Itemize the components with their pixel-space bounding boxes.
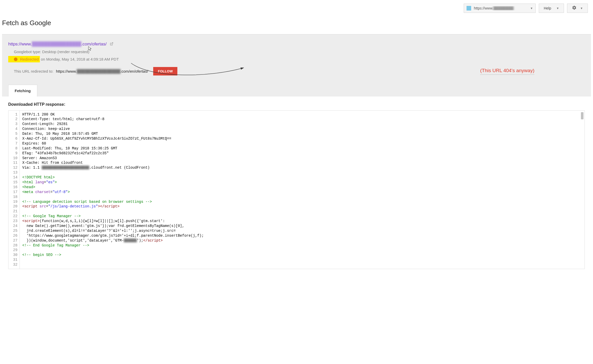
tabs: Fetching (8, 85, 585, 97)
status-word: Redirected (20, 57, 39, 61)
fetched-url-link[interactable]: https://www.████████████████.com/ofertas… (8, 42, 108, 46)
status-timestamp: on Monday, May 14, 2018 at 4:09:18 AM PD… (40, 57, 119, 61)
status-highlight: Redirected (8, 56, 40, 62)
redirect-target: https://www.████████████████.com/en/ofer… (56, 69, 148, 73)
external-link-icon[interactable] (110, 42, 113, 47)
redirect-label: This URL redirected to: (14, 69, 53, 73)
settings-button[interactable]: ▼ (567, 4, 588, 13)
tab-fetching[interactable]: Fetching (8, 85, 37, 97)
response-section: Downloaded HTTP response: 1 2 3 4 5 6 7 … (2, 97, 591, 269)
line-number-gutter: 1 2 3 4 5 6 7 8 9 10 11 12 13 14 15 16 1… (8, 111, 20, 269)
help-label: Help (544, 6, 551, 10)
response-heading: Downloaded HTTP response: (8, 102, 585, 107)
fetched-url: https://www.████████████████.com/ofertas… (8, 42, 585, 47)
help-button[interactable]: Help ▼ (539, 4, 564, 13)
scrollbar-thumb[interactable] (581, 112, 583, 119)
site-favicon (467, 6, 471, 11)
chevron-down-icon: ▼ (556, 7, 559, 10)
warning-icon (14, 58, 17, 61)
top-toolbar: https://www.████████ ▼ Help ▼ ▼ (0, 0, 593, 13)
googlebot-type: Googlebot type: Desktop (render requeste… (8, 50, 585, 54)
http-response-code[interactable]: 1 2 3 4 5 6 7 8 9 10 11 12 13 14 15 16 1… (8, 110, 585, 269)
status-line: Redirected on Monday, May 14, 2018 at 4:… (8, 56, 585, 62)
code-content: HTTP/1.1 200 OK Content-Type: text/html;… (20, 111, 585, 269)
annotation-text: (This URL 404's anyway) (480, 68, 534, 75)
chevron-down-icon: ▼ (530, 7, 533, 10)
chevron-down-icon: ▼ (580, 7, 583, 10)
site-selector[interactable]: https://www.████████ ▼ (464, 4, 536, 13)
follow-button[interactable]: FOLLOW (153, 67, 177, 75)
site-url: https://www.████████ (474, 6, 528, 10)
page-title: Fetch as Google (0, 13, 593, 34)
gear-icon (572, 5, 577, 11)
result-panel: https://www.████████████████.com/ofertas… (2, 34, 591, 97)
